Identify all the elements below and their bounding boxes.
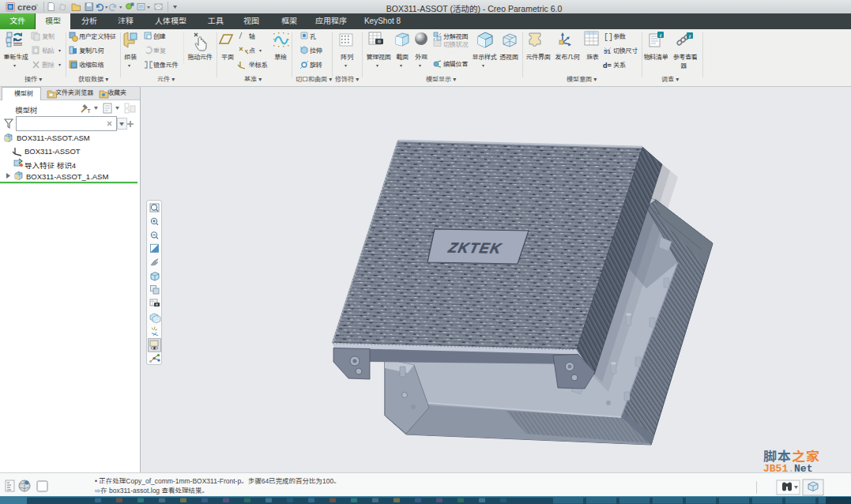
svg-text:i: i [689,33,691,39]
svg-text:ZKTEK: ZKTEK [446,240,504,257]
svg-text:d=: d= [603,62,612,70]
svg-text:T: T [87,107,91,115]
svg-text:i: i [660,32,661,39]
svg-text:[]: [] [604,33,613,42]
svg-text:creo: creo [17,2,36,12]
